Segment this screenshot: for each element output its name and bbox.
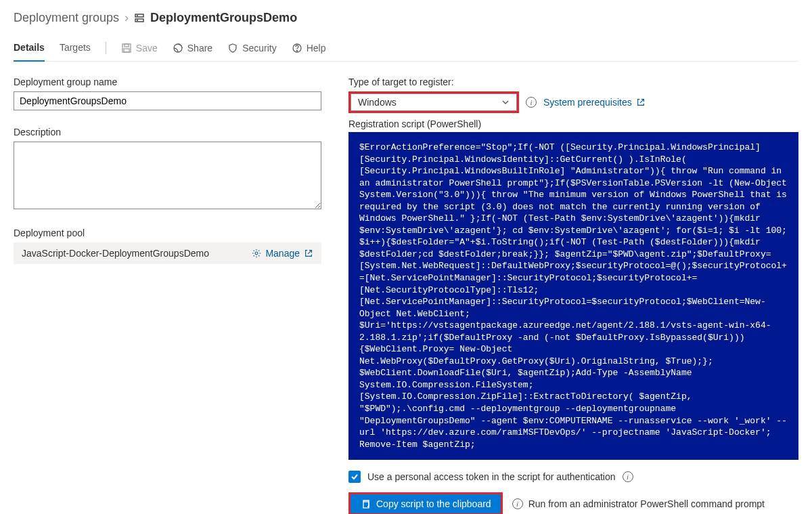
external-link-icon	[304, 249, 313, 258]
pat-checkbox[interactable]	[348, 471, 361, 483]
deployment-group-name-input[interactable]	[14, 91, 321, 110]
chevron-down-icon	[501, 98, 510, 106]
description-input[interactable]	[14, 142, 321, 209]
system-prerequisites-link[interactable]: System prerequisites	[543, 97, 646, 108]
separator	[106, 42, 106, 54]
share-icon	[173, 43, 183, 53]
pool-label: Deployment pool	[14, 228, 321, 238]
server-icon	[134, 13, 145, 24]
svg-rect-11	[363, 502, 369, 508]
pat-label: Use a personal access token in the scrip…	[367, 471, 616, 482]
external-link-icon	[636, 98, 646, 107]
admin-note: i Run from an administrator PowerShell c…	[512, 498, 765, 509]
breadcrumb-root[interactable]: Deployment groups	[14, 11, 119, 25]
breadcrumb: Deployment groups › DeploymentGroupsDemo	[14, 11, 798, 25]
target-type-label: Type of target to register:	[348, 77, 798, 87]
description-label: Description	[14, 127, 321, 137]
svg-rect-1	[135, 19, 143, 22]
shield-icon	[227, 43, 238, 53]
gear-icon	[252, 249, 261, 258]
svg-rect-6	[124, 49, 129, 52]
script-label: Registration script (PowerShell)	[348, 119, 798, 129]
breadcrumb-current: DeploymentGroupsDemo	[134, 11, 297, 25]
target-type-value: Windows	[358, 97, 397, 108]
copy-icon	[360, 498, 371, 509]
info-icon[interactable]: i	[623, 471, 633, 482]
pool-name: JavaScript-Docker-DeploymentGroupsDemo	[22, 248, 244, 259]
toolbar: Details Targets Save Share Security Help	[14, 35, 798, 62]
copy-button-highlight: Copy script to the clipboard	[348, 492, 503, 514]
svg-rect-0	[135, 14, 143, 17]
security-button[interactable]: Security	[227, 43, 277, 53]
svg-point-10	[255, 252, 258, 255]
target-type-highlight: Windows	[348, 91, 519, 113]
name-label: Deployment group name	[14, 77, 321, 87]
save-button: Save	[121, 43, 158, 53]
target-type-select[interactable]: Windows	[351, 93, 517, 111]
chevron-right-icon: ›	[125, 11, 129, 25]
tab-details[interactable]: Details	[14, 35, 45, 62]
svg-point-9	[296, 50, 297, 51]
info-icon[interactable]: i	[526, 97, 537, 108]
help-button[interactable]: Help	[292, 43, 326, 53]
info-icon: i	[512, 498, 523, 509]
manage-link[interactable]: Manage	[252, 248, 313, 259]
help-icon	[292, 43, 302, 53]
check-icon	[351, 473, 359, 481]
registration-script[interactable]: $ErrorActionPreference="Stop";If(-NOT ([…	[348, 132, 798, 460]
copy-script-button[interactable]: Copy script to the clipboard	[351, 494, 501, 513]
svg-rect-5	[125, 44, 129, 47]
save-icon	[121, 43, 132, 53]
tab-targets[interactable]: Targets	[60, 35, 91, 62]
share-button[interactable]: Share	[173, 43, 212, 53]
pool-row: JavaScript-Docker-DeploymentGroupsDemo M…	[14, 242, 321, 264]
